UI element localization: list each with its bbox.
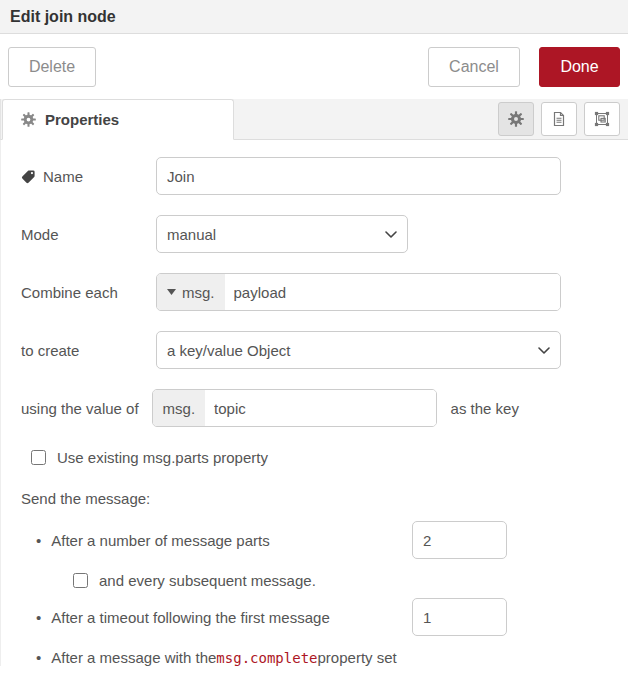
bullet-marker: • — [36, 532, 41, 549]
dialog-header: Edit join node — [0, 0, 628, 34]
to-create-label: to create — [21, 342, 156, 359]
to-create-label-text: to create — [21, 342, 79, 359]
subsequent-row: and every subsequent message. — [73, 572, 608, 589]
to-create-row: to create a key/value Object — [21, 331, 608, 369]
properties-toolbar-button[interactable] — [498, 102, 534, 136]
combine-label: Combine each — [21, 284, 156, 301]
key-type-button[interactable]: msg. — [153, 390, 206, 426]
key-typed-input: msg. — [152, 389, 437, 427]
use-parts-row: Use existing msg.parts property — [31, 449, 608, 466]
complete-row: • After a message with the msg.complete … — [36, 649, 608, 666]
action-button-row: Delete Cancel Done — [0, 34, 628, 99]
count-row: • After a number of message parts — [36, 521, 608, 559]
key-label: using the value of — [21, 400, 139, 417]
cancel-button[interactable]: Cancel — [428, 47, 520, 87]
complete-text-before: After a message with the — [51, 649, 216, 666]
name-label: Name — [21, 168, 156, 185]
appearance-toolbar-button[interactable] — [584, 102, 620, 136]
key-type-label: msg. — [163, 400, 196, 417]
chevron-down-icon — [538, 347, 550, 354]
caret-down-icon — [167, 289, 176, 295]
tab-properties-label: Properties — [45, 111, 119, 128]
complete-text-after: property set — [318, 649, 397, 666]
bullet-marker: • — [36, 609, 41, 626]
timeout-label: After a timeout following the first mess… — [51, 609, 329, 626]
combine-value-input[interactable] — [225, 274, 560, 310]
subsequent-checkbox[interactable] — [73, 573, 88, 588]
bullet-marker: • — [36, 649, 41, 666]
name-row: Name — [21, 157, 608, 195]
mode-label-text: Mode — [21, 226, 59, 243]
name-label-text: Name — [43, 168, 83, 185]
delete-button[interactable]: Delete — [8, 47, 96, 87]
tab-toolbar — [498, 102, 628, 136]
msg-complete-code: msg.complete — [216, 650, 317, 666]
dialog-title: Edit join node — [10, 8, 116, 26]
name-input[interactable] — [156, 157, 561, 195]
timeout-input[interactable] — [412, 598, 507, 636]
properties-form: Name Mode manual Combine each msg. to cr… — [0, 140, 628, 666]
tab-properties[interactable]: Properties — [2, 99, 234, 140]
done-button[interactable]: Done — [539, 47, 620, 87]
count-label: After a number of message parts — [51, 532, 269, 549]
key-suffix: as the key — [451, 400, 519, 417]
mode-select[interactable]: manual — [156, 215, 408, 253]
combine-type-button[interactable]: msg. — [157, 274, 225, 310]
tab-bar: Properties — [0, 99, 628, 140]
key-value-input[interactable] — [205, 390, 435, 426]
chevron-down-icon — [385, 231, 397, 238]
count-input[interactable] — [412, 521, 507, 559]
mode-row: Mode manual — [21, 215, 608, 253]
mode-label: Mode — [21, 226, 156, 243]
combine-label-text: Combine each — [21, 284, 118, 301]
to-create-select-value: a key/value Object — [167, 342, 290, 359]
combine-row: Combine each msg. — [21, 273, 608, 311]
gear-icon — [508, 111, 524, 127]
to-create-select[interactable]: a key/value Object — [156, 331, 561, 369]
tag-icon — [21, 169, 36, 184]
combine-typed-input: msg. — [156, 273, 561, 311]
key-row: using the value of msg. as the key — [21, 389, 608, 427]
mode-select-value: manual — [167, 226, 216, 243]
subsequent-label: and every subsequent message. — [99, 572, 316, 589]
description-icon — [551, 111, 567, 127]
use-parts-label: Use existing msg.parts property — [57, 449, 268, 466]
combine-type-label: msg. — [182, 284, 215, 301]
timeout-row: • After a timeout following the first me… — [36, 598, 608, 636]
send-message-heading: Send the message: — [21, 490, 608, 507]
use-parts-checkbox[interactable] — [31, 450, 46, 465]
gear-icon — [21, 112, 36, 127]
description-toolbar-button[interactable] — [541, 102, 577, 136]
appearance-icon — [594, 111, 610, 127]
